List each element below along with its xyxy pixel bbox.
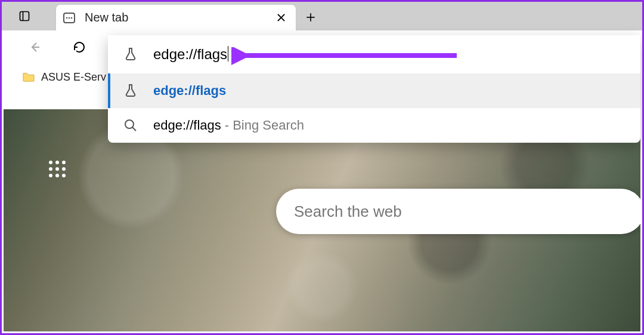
omnibox-dropdown: edge://flags edge://flags edge://flags -… — [108, 35, 640, 143]
svg-point-4 — [69, 17, 70, 19]
suggestion-text: edge://flags — [153, 83, 226, 99]
active-tab-title: New tab — [85, 11, 272, 24]
svg-point-3 — [66, 17, 68, 19]
search-icon — [123, 118, 138, 133]
suggestion-text: edge://flags — [153, 118, 221, 133]
flask-icon — [123, 47, 138, 62]
new-tab-button[interactable] — [298, 4, 324, 30]
close-tab-button[interactable] — [272, 9, 290, 27]
omnibox-input-text[interactable]: edge://flags — [153, 46, 228, 63]
refresh-icon — [72, 40, 86, 54]
bookmark-item[interactable]: ASUS E-Serv — [17, 67, 111, 87]
omnibox-input-row[interactable]: edge://flags — [108, 35, 640, 73]
tab-strip: New tab — [2, 2, 642, 30]
bookmark-label: ASUS E-Serv — [41, 71, 106, 84]
flask-icon — [123, 84, 138, 98]
back-arrow-icon — [28, 40, 42, 54]
svg-rect-0 — [20, 12, 29, 21]
close-icon — [277, 13, 286, 22]
suggestion-secondary: - Bing Search — [225, 118, 304, 133]
folder-icon — [22, 72, 35, 82]
omnibox-suggestion[interactable]: edge://flags — [108, 73, 640, 108]
svg-line-12 — [132, 127, 136, 131]
omnibox-suggestion[interactable]: edge://flags - Bing Search — [108, 108, 640, 143]
svg-point-11 — [125, 120, 134, 128]
tab-actions-button[interactable] — [14, 5, 35, 27]
tab-actions-icon — [18, 10, 30, 22]
quick-links-button[interactable] — [49, 161, 70, 182]
active-tab[interactable]: New tab — [55, 4, 296, 30]
svg-point-5 — [71, 17, 73, 19]
ntp-search-input[interactable] — [294, 202, 640, 221]
plus-icon — [305, 11, 317, 23]
back-button — [22, 34, 48, 60]
new-tab-favicon-icon — [62, 11, 76, 25]
text-caret — [228, 46, 228, 62]
ntp-search-box[interactable] — [276, 189, 640, 234]
refresh-button[interactable] — [66, 34, 92, 60]
